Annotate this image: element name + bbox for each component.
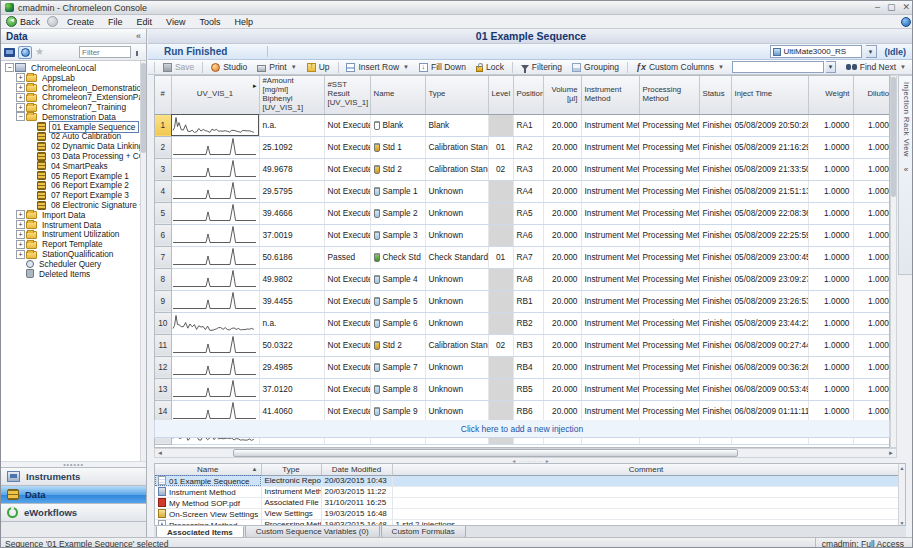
status-cell[interactable]: Finished xyxy=(699,246,731,268)
row-number-cell[interactable]: 2 xyxy=(155,136,171,158)
tree-item-scheduler-query[interactable]: Scheduler Query xyxy=(3,259,146,269)
menu-tools[interactable]: Tools xyxy=(192,16,227,28)
filtering-button[interactable]: Filtering xyxy=(517,61,566,73)
level-cell[interactable]: 01 xyxy=(488,136,513,158)
injection-row[interactable]: 637.0019Not ExecutedSample 3UnknownRA620… xyxy=(155,224,890,246)
tree-expander-icon[interactable]: + xyxy=(16,93,25,102)
type-cell[interactable]: Unknown xyxy=(425,400,488,422)
assoc-type-cell[interactable]: Associated File xyxy=(261,497,321,508)
volume-cell[interactable]: 20.000 xyxy=(543,224,581,246)
position-cell[interactable]: RA7 xyxy=(513,246,543,268)
assoc-modified-cell[interactable]: 20/03/2015 10:43 xyxy=(321,475,392,486)
row-number-cell[interactable]: 12 xyxy=(155,356,171,378)
chromatogram-cell[interactable] xyxy=(171,312,259,334)
custom-columns-button[interactable]: ƒxCustom Columns▼ xyxy=(632,61,728,73)
inject-time-cell[interactable]: 06/08/2009 00:53:49 xyxy=(731,378,808,400)
amount-cell[interactable]: 50.0322 xyxy=(259,334,324,356)
name-cell[interactable]: Sample 8 xyxy=(370,378,425,400)
assoc-type-cell[interactable]: Electronic Report xyxy=(261,475,321,486)
processing-method-cell[interactable]: Processing Method xyxy=(639,202,699,224)
name-cell[interactable]: Sample 5 xyxy=(370,290,425,312)
column-header-processing-method[interactable]: Processing Method xyxy=(639,76,699,114)
inject-time-cell[interactable]: 05/08/2009 20:50:28 xyxy=(731,114,808,136)
local-machine-icon[interactable] xyxy=(4,48,15,57)
processing-method-cell[interactable]: Processing Method xyxy=(639,158,699,180)
level-cell[interactable] xyxy=(488,378,513,400)
assoc-type-cell[interactable]: Processing Method xyxy=(261,519,321,526)
inject-time-cell[interactable]: 06/08/2009 01:11:11 xyxy=(731,400,808,422)
restore-button[interactable]: ▢ xyxy=(887,3,896,12)
weight-cell[interactable]: 1.0000 xyxy=(808,180,853,202)
dilution-cell[interactable]: 1.0000 xyxy=(853,202,890,224)
volume-cell[interactable]: 20.000 xyxy=(543,114,581,136)
grouping-button[interactable]: Grouping xyxy=(568,61,623,73)
sst-result-cell[interactable]: Not Executed xyxy=(324,224,370,246)
sst-result-cell[interactable]: Not Executed xyxy=(324,114,370,136)
type-cell[interactable]: Blank xyxy=(425,114,488,136)
tree-item-instrument-utilization[interactable]: +Instrument Utilization xyxy=(3,230,146,240)
assoc-comment-cell[interactable] xyxy=(392,486,900,497)
position-cell[interactable]: RB2 xyxy=(513,312,543,334)
volume-cell[interactable]: 20.000 xyxy=(543,312,581,334)
amount-cell[interactable]: 29.4985 xyxy=(259,356,324,378)
volume-cell[interactable]: 20.000 xyxy=(543,334,581,356)
position-cell[interactable]: RB6 xyxy=(513,400,543,422)
name-cell[interactable]: Std 2 xyxy=(370,158,425,180)
sst-result-cell[interactable]: Not Executed xyxy=(324,268,370,290)
assoc-comment-cell[interactable] xyxy=(392,508,900,519)
chromatogram-cell[interactable] xyxy=(171,246,259,268)
row-number-cell[interactable]: 6 xyxy=(155,224,171,246)
inject-time-cell[interactable]: 05/08/2009 22:08:36 xyxy=(731,202,808,224)
injection-row[interactable]: 1337.0120Not ExecutedSample 8UnknownRB52… xyxy=(155,378,890,400)
instrument-method-cell[interactable]: Instrument Method xyxy=(581,246,639,268)
associated-item-row[interactable]: Instrument MethodInstrument Method20/03/… xyxy=(155,486,900,497)
row-number-cell[interactable]: 14 xyxy=(155,400,171,422)
assoc-column-header-type[interactable]: Type xyxy=(261,464,321,475)
menu-view[interactable]: View xyxy=(159,16,192,28)
chromatogram-cell[interactable] xyxy=(171,114,259,136)
volume-cell[interactable]: 20.000 xyxy=(543,378,581,400)
assoc-modified-cell[interactable]: 31/10/2011 16:25 xyxy=(321,497,392,508)
row-number-cell[interactable]: 7 xyxy=(155,246,171,268)
add-injection-row[interactable]: Click here to add a new injection xyxy=(154,420,890,438)
level-cell[interactable] xyxy=(488,224,513,246)
name-cell[interactable]: Blank xyxy=(370,114,425,136)
type-cell[interactable]: Calibration Standard xyxy=(425,334,488,356)
position-cell[interactable]: RA4 xyxy=(513,180,543,202)
tree-item-deleted-items[interactable]: Deleted Items xyxy=(3,269,146,279)
dilution-cell[interactable]: 1.0000 xyxy=(853,180,890,202)
processing-method-cell[interactable]: Processing Method xyxy=(639,114,699,136)
processing-method-cell[interactable]: Processing Method xyxy=(639,268,699,290)
dilution-cell[interactable]: 1.0000 xyxy=(853,114,890,136)
sst-result-cell[interactable]: Not Executed xyxy=(324,290,370,312)
sst-result-cell[interactable]: Not Executed xyxy=(324,312,370,334)
amount-cell[interactable]: n.a. xyxy=(259,114,324,136)
tree-item-06-report-example-2[interactable]: 06 Report Example 2 xyxy=(3,181,146,191)
row-number-cell[interactable]: 1 xyxy=(155,114,171,136)
status-cell[interactable]: Finished xyxy=(699,268,731,290)
scroll-left-icon[interactable]: ◄ xyxy=(155,449,165,457)
instrument-method-cell[interactable]: Instrument Method xyxy=(581,268,639,290)
menu-create[interactable]: Create xyxy=(60,16,101,28)
type-cell[interactable]: Unknown xyxy=(425,290,488,312)
instrument-method-cell[interactable]: Instrument Method xyxy=(581,334,639,356)
tree-expander-icon[interactable]: − xyxy=(16,112,25,121)
assoc-name-cell[interactable]: Instrument Method xyxy=(155,486,261,497)
close-button[interactable]: ✕ xyxy=(902,3,910,12)
chromatogram-cell[interactable] xyxy=(171,180,259,202)
instrument-selector-arrow-icon[interactable]: ▼ xyxy=(866,45,877,58)
type-cell[interactable]: Unknown xyxy=(425,268,488,290)
column-header-inject-time[interactable]: Inject Time xyxy=(731,76,808,114)
instrument-method-cell[interactable]: Instrument Method xyxy=(581,114,639,136)
level-cell[interactable] xyxy=(488,114,513,136)
dilution-cell[interactable]: 1.0000 xyxy=(853,378,890,400)
processing-method-cell[interactable]: Processing Method xyxy=(639,356,699,378)
instrument-method-cell[interactable]: Instrument Method xyxy=(581,158,639,180)
column-header-instrument-method[interactable]: Instrument Method xyxy=(581,76,639,114)
weight-cell[interactable]: 1.0000 xyxy=(808,136,853,158)
column-header-uv-vis-1[interactable]: UV_VIS_1▸ xyxy=(171,76,259,114)
injection-row[interactable]: 429.5795Not ExecutedSample 1UnknownRA420… xyxy=(155,180,890,202)
column-header-position[interactable]: Position xyxy=(513,76,543,114)
type-cell[interactable]: Unknown xyxy=(425,378,488,400)
tree-item-02-auto-calibration[interactable]: 02 Auto Calibration xyxy=(3,132,146,142)
